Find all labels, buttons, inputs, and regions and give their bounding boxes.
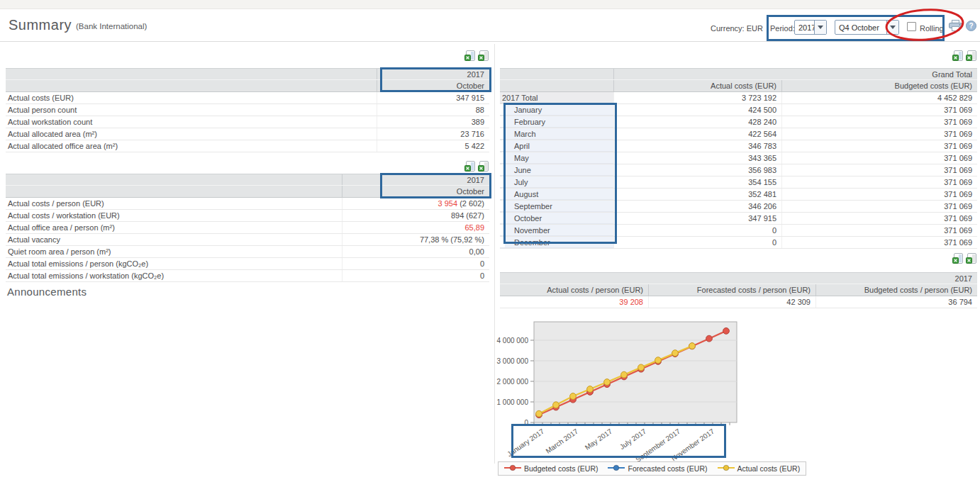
year-select[interactable]: 2017 (794, 20, 827, 35)
table-row: Actual costs (EUR)347 915 (6, 92, 489, 104)
row-label: Actual allocated area (m²) (6, 128, 377, 140)
export-icons-ratio (464, 161, 489, 172)
svg-text:?: ? (969, 22, 973, 30)
actual-costs-column-header: Actual costs (EUR) (613, 80, 781, 91)
cost-trend-chart: 01 000 0002 000 0003 000 0004 000 000Jan… (489, 318, 759, 463)
quarter-select[interactable]: Q4 October (835, 20, 899, 35)
row-value-budgeted: 371 069 (781, 213, 977, 224)
excel-export-icon[interactable] (464, 50, 475, 61)
currency-label: Currency: EUR (711, 23, 763, 33)
table-header-row: 2017 (6, 174, 489, 186)
header-spacer (6, 69, 377, 79)
row-value-budgeted: 371 069 (781, 140, 977, 152)
grand-table-rows: 2017 Total3 723 1924 452 829January424 5… (500, 92, 977, 249)
rolling-label: Rolling (920, 23, 944, 33)
page-subtitle: (Bank International) (76, 22, 147, 30)
row-value: 77,38 % (75,92 %) (342, 234, 489, 245)
chevron-down-icon[interactable] (814, 21, 826, 34)
excel-export-icon[interactable] (478, 50, 489, 61)
month-label: February (500, 116, 613, 128)
rolling-checkbox[interactable] (907, 22, 916, 31)
month-header: October (377, 80, 489, 91)
table-row: February428 240371 069 (500, 116, 977, 128)
budgeted-costs-column-header: Budgeted costs (EUR) (781, 80, 977, 91)
svg-text:January 2017: January 2017 (506, 427, 545, 458)
month-label: January (500, 104, 613, 116)
row-value-actual: 356 983 (613, 164, 781, 176)
month-label: March (500, 128, 613, 140)
table-row: May343 365371 069 (500, 152, 977, 164)
month-label: September (500, 201, 613, 212)
row-value-actual: 346 206 (613, 201, 781, 212)
month-label: May (500, 152, 613, 164)
row-value-budgeted: 371 069 (781, 237, 977, 248)
kpi-table-rows: Actual costs (EUR)347 915Actual person c… (6, 92, 489, 152)
row-value-actual: 354 155 (613, 176, 781, 188)
row-value-budgeted: 371 069 (781, 201, 977, 212)
header-spacer (500, 69, 613, 79)
chevron-down-icon[interactable] (886, 21, 898, 34)
person-table-column-headers: Actual costs / person (EUR)Forecasted co… (500, 284, 977, 296)
svg-text:July 2017: July 2017 (618, 427, 648, 451)
row-value-budgeted: 371 069 (781, 189, 977, 200)
legend-marker-icon (504, 464, 521, 473)
column-header: Forecasted costs / person (EUR) (648, 284, 815, 296)
quarter-select-value: Q4 October (835, 23, 886, 32)
month-label: July (500, 176, 613, 188)
legend-item: Actual costs (EUR) (718, 464, 801, 473)
red-value: 3 954 (438, 199, 458, 208)
row-value: 894 (627) (342, 210, 489, 221)
table-row: June356 983371 069 (500, 164, 977, 176)
row-value-actual: 347 915 (613, 213, 781, 224)
row-label: Actual costs / workstation (EUR) (6, 210, 342, 221)
person-cost-value: 42 309 (648, 296, 815, 308)
legend-marker-icon (718, 464, 735, 473)
person-cost-value: 39 208 (500, 296, 648, 308)
export-icons-person (952, 253, 976, 264)
row-value-budgeted: 371 069 (781, 104, 977, 116)
excel-export-icon[interactable] (952, 253, 963, 264)
table-header-row: Actual costs (EUR) Budgeted costs (EUR) (500, 80, 977, 92)
table-row: January424 500371 069 (500, 104, 977, 116)
help-icon[interactable]: ? (966, 21, 976, 34)
legend-label: Forecasted costs (EUR) (628, 464, 707, 473)
row-value-budgeted: 371 069 (781, 152, 977, 164)
row-value: 23 716 (377, 128, 489, 140)
table-row: Actual costs / workstation (EUR)894 (627… (6, 210, 489, 222)
row-value: 0 (342, 270, 489, 281)
header-separator (0, 41, 980, 42)
person-table-values: 39 20842 30936 794 (500, 296, 977, 308)
excel-export-icon[interactable] (464, 161, 475, 172)
table-header-row: Grand Total (500, 68, 977, 80)
excel-export-icon[interactable] (952, 50, 963, 61)
row-label: 2017 Total (500, 92, 613, 103)
row-value-actual: 422 564 (613, 128, 781, 140)
row-value: 3 954 (2 602) (342, 198, 489, 209)
row-label: Actual allocated office area (m²) (6, 140, 377, 152)
kpi-table: 2017 October Actual costs (EUR)347 915Ac… (6, 68, 489, 152)
table-header-row: 2017 (6, 68, 489, 80)
chart-svg: 01 000 0002 000 0003 000 0004 000 000Jan… (489, 318, 759, 463)
table-row: Actual total emissions / person (kgCO₂e)… (6, 258, 489, 270)
table-row: Actual office area / person (m²)65,89 (6, 222, 489, 234)
month-header: October (342, 186, 489, 197)
svg-text:0: 0 (524, 419, 528, 427)
table-row: Actual costs / person (EUR)3 954 (2 602) (6, 198, 489, 210)
row-value-actual: 3 723 192 (613, 92, 781, 103)
year-header: 2017 (377, 69, 489, 79)
year-select-value: 2017 (795, 23, 814, 32)
printer-icon[interactable] (949, 20, 962, 35)
table-row: Actual allocated area (m²)23 716 (6, 128, 489, 140)
excel-export-icon[interactable] (478, 161, 489, 172)
column-header: Budgeted costs / person (EUR) (815, 284, 977, 296)
year-header: 2017 (500, 273, 977, 284)
row-label: Actual costs (EUR) (6, 92, 377, 103)
row-value-actual: 346 783 (613, 140, 781, 152)
table-row: Actual person count88 (6, 104, 489, 116)
excel-export-icon[interactable] (966, 253, 976, 264)
excel-export-icon[interactable] (966, 50, 976, 61)
table-row: Actual total emissions / workstation (kg… (6, 270, 489, 282)
year-header: 2017 (342, 174, 489, 185)
svg-text:3 000 000: 3 000 000 (497, 357, 529, 365)
table-row: March422 564371 069 (500, 128, 977, 140)
